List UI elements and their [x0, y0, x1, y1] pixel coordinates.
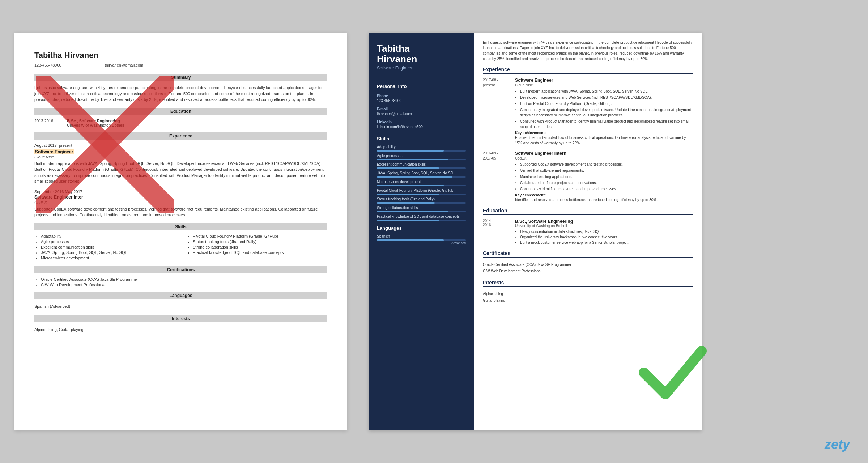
key-achievement-label-1: Key achievement: [515, 131, 693, 135]
cert-item: CIW Web Development Professional [41, 283, 327, 287]
main-summary: Enthusiastic software engineer with 4+ y… [483, 40, 693, 61]
interests-right: Alpine skiing Guitar playing [483, 291, 693, 304]
skill-item: Microservices development [41, 256, 175, 260]
lang-level: Advanced [377, 241, 466, 245]
education-header: Education [34, 108, 327, 115]
left-phone: 123-456-78900 [34, 63, 61, 67]
skill-item: Status tracking tools (Jira and Rally) [193, 239, 327, 244]
experience-title: Experience [483, 67, 693, 74]
skills-header: Skills [34, 223, 327, 230]
interests-title: Interests [483, 280, 693, 287]
lang-header: Languages [34, 292, 327, 299]
left-email: thirvanen@email.com [105, 63, 144, 67]
certs-right: Oracle Certified Associate (OCA) Java SE… [483, 262, 693, 275]
main-exp-date-2: 2016-09 - 2017-05 [483, 151, 510, 203]
exp-entry-1: August 2017–present Software Engineer Cl… [34, 143, 327, 184]
main-exp-bullets-1: Built modern applications with JAVA, Spr… [515, 89, 693, 129]
skills-two-col: Adaptability Agile processes Excellent c… [34, 234, 327, 261]
key-achievement-label-2: Key achievement: [515, 193, 693, 197]
exp-company-2: CodEX [34, 200, 327, 205]
skill-collaboration: Strong collaboration skills [369, 204, 474, 213]
edu-entry-1: 2014 - 2016 B.Sc., Software Engineering … [483, 219, 693, 245]
phone-item: Phone 123-456-78900 [369, 92, 474, 105]
exp-title-1: Software Engineer [34, 149, 74, 154]
exp-desc-1: Built modern applications with JAVA, Spr… [34, 161, 327, 184]
cert-item: Oracle Certified Associate (OCA) Java SE… [41, 277, 327, 281]
skill-java: JAVA, Spring, Spring Boot, SQL, Server, … [369, 170, 474, 178]
skill-agile: Agile processes [369, 152, 474, 161]
edu-bullets-1: Heavy concentration in data structures, … [515, 229, 693, 245]
experience-header: Experience [34, 132, 327, 140]
skill-item: Excellent communication skills [41, 245, 175, 249]
left-contact: 123-456-78900 thirvanen@email.com [34, 63, 327, 67]
edu-row: 2013 2016 B.Sc., Software Engineering Un… [34, 119, 327, 127]
linkedin-label: LinkedIn [377, 120, 466, 124]
main-exp-company-1: Cloud Nine [515, 83, 693, 87]
personal-info-title: Personal Info [369, 80, 474, 92]
summary-header: Summary [34, 74, 327, 81]
skill-item: Adaptability [41, 234, 175, 238]
lang-text: Spanish (Advanced) [34, 303, 327, 310]
email-label: E-mail [377, 107, 466, 111]
skill-adaptability: Adaptability [369, 144, 474, 152]
skills-col1: Adaptability Agile processes Excellent c… [34, 234, 175, 261]
certs-header: Certifications [34, 266, 327, 273]
main-exp-1: 2017-08 - present Software Engineer Clou… [483, 78, 693, 146]
exp-company-1: Cloud Nine [34, 155, 327, 159]
main-exp-content-2: Software Engineer Intern CodEX Supported… [515, 151, 693, 203]
edu-school: University of Washington Bothell [67, 123, 124, 127]
key-achievement-text-1: Ensured the uninterrupted flow of busine… [515, 135, 693, 146]
page-container: Tabitha Hirvanen 123-456-78900 thirvanen… [14, 33, 854, 430]
interests-text: Alpine skiing, Guitar playing [34, 326, 327, 333]
edu-degree-1: B.Sc., Software Engineering [515, 219, 693, 224]
skill-item: Pivotal Cloud Foundry Platform (Gradle, … [193, 234, 327, 238]
skills-section-title: Skills [369, 132, 474, 144]
interests-header: Interests [34, 315, 327, 322]
main-content: Enthusiastic software engineer with 4+ y… [474, 33, 702, 430]
sidebar-header: Tabitha Hirvanen Software Engineer [369, 33, 474, 78]
edu-date-1: 2014 - 2016 [483, 219, 510, 245]
linkedin-item: LinkedIn linkedin.com/in/thirvanen600 [369, 118, 474, 131]
education-title: Education [483, 208, 693, 215]
skill-microservices: Microservices development [369, 178, 474, 187]
sidebar: Tabitha Hirvanen Software Engineer Perso… [369, 33, 474, 430]
skill-item: Practical knowledge of SQL and database … [193, 250, 327, 255]
exp-title-2: Software Engineer Inter [34, 195, 327, 200]
exp-date-2: September 2016 May 2017 [34, 190, 327, 194]
zety-logo: zety [825, 437, 850, 452]
skill-item: JAVA, Spring, Spring Boot, SQL, Server, … [41, 250, 175, 255]
email-value: thirvanen@email.com [377, 112, 466, 116]
skill-item: Agile processes [41, 239, 175, 244]
email-item: E-mail thirvanen@email.com [369, 105, 474, 118]
certs-title: Certificates [483, 250, 693, 258]
edu-content-1: B.Sc., Software Engineering University o… [515, 219, 693, 245]
sidebar-title: Software Engineer [377, 65, 466, 71]
main-exp-content-1: Software Engineer Cloud Nine Built moder… [515, 78, 693, 146]
skill-communication: Excellent communication skills [369, 161, 474, 170]
summary-text: Enthusiastic software engineer with 4+ y… [34, 85, 327, 103]
exp-desc-2: Supported CodEX software development and… [34, 206, 327, 218]
skills-col2: Pivotal Cloud Foundry Platform (Gradle, … [186, 234, 327, 261]
lang-spanish: Spanish Advanced [369, 233, 474, 246]
main-exp-title-1: Software Engineer [515, 78, 693, 83]
edu-school-1: University of Washington Bothell [515, 224, 693, 228]
skill-item: Strong collaboration skills [193, 245, 327, 249]
right-resume: Tabitha Hirvanen Software Engineer Perso… [369, 33, 702, 430]
left-resume: Tabitha Hirvanen 123-456-78900 thirvanen… [14, 33, 347, 430]
edu-degree: B.Sc., Software Engineering [67, 119, 124, 123]
main-exp-company-2: CodEX [515, 156, 693, 160]
skill-status-tracking: Status tracking tools (Jira and Rally) [369, 196, 474, 204]
lang-section-title: Languages [369, 222, 474, 233]
exp-entry-2: September 2016 May 2017 Software Enginee… [34, 190, 327, 218]
main-exp-bullets-2: Supported CodEX software development and… [515, 162, 693, 192]
skill-pivotal: Pivotal Cloud Foundry Platform (Gradle, … [369, 187, 474, 196]
key-achievement-text-2: Identified and resolved a process bottle… [515, 197, 693, 203]
edu-year: 2013 2016 [34, 119, 60, 127]
left-name: Tabitha Hirvanen [34, 51, 327, 60]
main-exp-title-2: Software Engineer Intern [515, 151, 693, 156]
main-exp-date-1: 2017-08 - present [483, 78, 510, 146]
certs-list: Oracle Certified Associate (OCA) Java SE… [34, 277, 327, 287]
sidebar-name: Tabitha Hirvanen [377, 43, 466, 64]
main-exp-2: 2016-09 - 2017-05 Software Engineer Inte… [483, 151, 693, 203]
exp-date-1: August 2017–present [34, 143, 327, 148]
